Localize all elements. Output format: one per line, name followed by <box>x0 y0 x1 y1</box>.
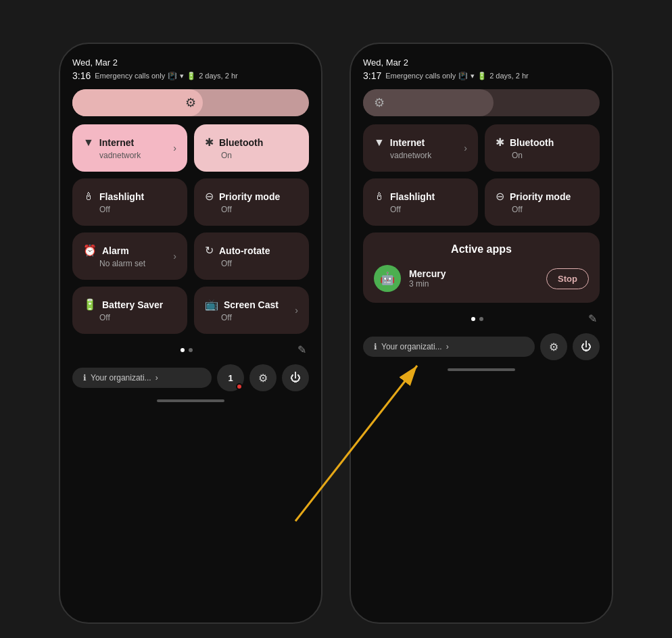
app-info-mercury: Mercury 3 min <box>409 268 538 289</box>
brightness-bar-1[interactable]: ⚙ <box>72 89 309 116</box>
tile-priority-2[interactable]: ⊖ Priority mode Off <box>485 178 600 226</box>
phone-1: Wed, Mar 2 3:16 Emergency calls only 📳 ▾… <box>59 43 322 624</box>
edit-icon-2[interactable]: ✎ <box>588 312 597 325</box>
date-2: Wed, Mar 2 <box>363 57 600 68</box>
power-icon-2: ⏻ <box>581 341 592 353</box>
tile-flashlight-2[interactable]: 🕯 Flashlight Off <box>363 178 478 226</box>
alarm-arrow: › <box>173 251 176 262</box>
battery-icon: 🔋 <box>83 298 97 311</box>
notification-badge-1 <box>236 383 243 390</box>
tile-bluetooth-2[interactable]: ✱ Bluetooth On <box>485 124 600 172</box>
page-dots-2 <box>366 317 588 321</box>
emergency-text-1: Emergency calls only 📳 ▾ 🔋 2 days, 2 hr <box>95 72 237 80</box>
alarm-icon: ⏰ <box>83 244 97 257</box>
active-apps-panel: Active apps 🤖 Mercury 3 min Stop <box>363 232 600 303</box>
tile-internet-1[interactable]: ▼ Internet vadnetwork › <box>72 124 187 172</box>
flashlight-icon-2: 🕯 <box>374 191 385 203</box>
tile-internet-2[interactable]: ▼ Internet vadnetwork › <box>363 124 478 172</box>
tile-screencast-1[interactable]: 📺 Screen Cast Off › <box>194 287 309 334</box>
app-row-mercury: 🤖 Mercury 3 min Stop <box>374 265 589 292</box>
gear-icon-bottom-2: ⚙ <box>549 341 558 353</box>
priority-icon: ⊖ <box>205 190 214 203</box>
dot-active-2 <box>471 317 475 321</box>
status-bar-1: Wed, Mar 2 3:16 Emergency calls only 📳 ▾… <box>72 57 309 81</box>
time-1: 3:16 <box>72 70 91 81</box>
wifi-icon-2: ▼ <box>374 137 385 149</box>
brightness-bar-2[interactable]: ⚙ <box>363 89 600 116</box>
tile-flashlight-1[interactable]: 🕯 Flashlight Off <box>72 178 187 226</box>
time-2: 3:17 <box>363 70 381 81</box>
tiles-grid-1: ▼ Internet vadnetwork › ✱ Bluetooth On 🕯 <box>72 124 309 334</box>
bottom-icons-1: 1 ⚙ ⏻ <box>217 364 309 391</box>
autorotate-icon: ↻ <box>205 244 214 257</box>
tile-battery-1[interactable]: 🔋 Battery Saver Off <box>72 287 187 334</box>
wifi-icon: ▼ <box>83 137 94 149</box>
org-button-1[interactable]: ℹ Your organizati... › <box>72 368 212 388</box>
info-icon-1: ℹ <box>83 373 87 383</box>
priority-icon-2: ⊖ <box>496 190 504 203</box>
screencast-arrow: › <box>295 305 298 316</box>
power-button-2[interactable]: ⏻ <box>573 333 600 360</box>
bluetooth-icon: ✱ <box>205 136 214 149</box>
power-icon-1: ⏻ <box>290 372 301 384</box>
home-indicator-2 <box>448 368 515 371</box>
flashlight-icon: 🕯 <box>83 191 94 203</box>
dot-inactive-2 <box>479 317 483 321</box>
internet-arrow-2: › <box>464 143 467 153</box>
mercury-app-icon: 🤖 <box>374 265 401 292</box>
gear-icon-1: ⚙ <box>185 95 196 110</box>
page-dots-1 <box>75 348 297 352</box>
settings-button-2[interactable]: ⚙ <box>540 333 567 360</box>
gear-icon-2: ⚙ <box>374 95 385 110</box>
bottom-icons-2: ⚙ ⏻ <box>540 333 600 360</box>
tiles-grid-2: ▼ Internet vadnetwork › ✱ Bluetooth On 🕯 <box>363 124 600 226</box>
org-button-2[interactable]: ℹ Your organizati... › <box>363 337 535 357</box>
dot-active-1 <box>181 348 185 352</box>
bottom-bar-2: ℹ Your organizati... › ⚙ ⏻ <box>363 333 600 360</box>
screencast-icon: 📺 <box>205 298 218 311</box>
tile-priority-1[interactable]: ⊖ Priority mode Off <box>194 178 309 226</box>
edit-icon-1[interactable]: ✎ <box>297 343 306 356</box>
notification-button-1[interactable]: 1 <box>217 364 244 391</box>
emergency-text-2: Emergency calls only 📳 ▾ 🔋 2 days, 2 hr <box>385 72 528 80</box>
bottom-bar-1: ℹ Your organizati... › 1 ⚙ ⏻ <box>72 364 309 391</box>
active-apps-title: Active apps <box>374 243 589 255</box>
info-icon-2: ℹ <box>374 342 377 351</box>
status-bar-2: Wed, Mar 2 3:17 Emergency calls only 📳 ▾… <box>363 57 600 81</box>
power-button-1[interactable]: ⏻ <box>282 364 309 391</box>
dot-inactive-1 <box>189 348 193 352</box>
home-indicator-1 <box>157 399 224 402</box>
tile-bluetooth-1[interactable]: ✱ Bluetooth On <box>194 124 309 172</box>
bluetooth-icon-2: ✱ <box>496 136 504 149</box>
tile-alarm-1[interactable]: ⏰ Alarm No alarm set › <box>72 232 187 280</box>
internet-arrow: › <box>173 143 176 153</box>
date-1: Wed, Mar 2 <box>72 57 309 68</box>
phone-2: Wed, Mar 2 3:17 Emergency calls only 📳 ▾… <box>350 43 613 624</box>
tile-autorotate-1[interactable]: ↻ Auto-rotate Off <box>194 232 309 280</box>
stop-button[interactable]: Stop <box>546 268 589 289</box>
settings-button-1[interactable]: ⚙ <box>249 364 277 391</box>
gear-icon-bottom-1: ⚙ <box>258 372 268 385</box>
